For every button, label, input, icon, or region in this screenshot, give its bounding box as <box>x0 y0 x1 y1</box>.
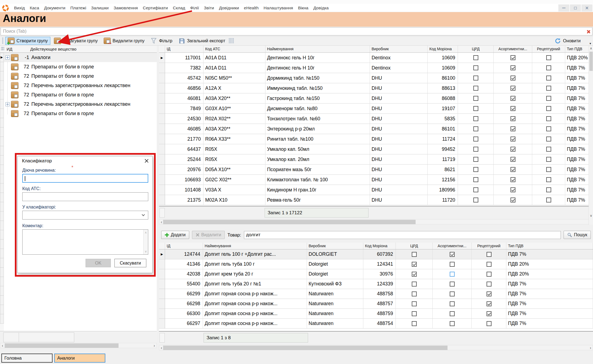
dialog-close-icon[interactable] <box>145 159 149 162</box>
recipe-checkbox[interactable] <box>487 301 492 306</box>
col-recipe[interactable]: Рецептурний <box>472 243 506 249</box>
assortment-checkbox[interactable] <box>510 198 515 202</box>
table-row[interactable]: 24530 R02A X02** Тонзилотрен табл. №60 D… <box>159 114 593 124</box>
minimize-button[interactable] <box>558 4 569 12</box>
assortment-checkbox[interactable] <box>450 321 455 326</box>
table-row[interactable]: 66298 Долгит горная сосна р-р накож... N… <box>159 299 593 309</box>
table-row[interactable]: 42038 Долгит крем туба 20 г Dolorgiet 30… <box>159 269 593 279</box>
crd-checkbox[interactable] <box>473 76 478 80</box>
crd-checkbox[interactable] <box>412 291 417 296</box>
table-row[interactable]: 101408 V03A X Киндинорм Н гран.10г DHU 1… <box>159 185 593 195</box>
assortment-checkbox[interactable] <box>450 262 455 267</box>
recipe-checkbox[interactable] <box>546 137 551 141</box>
row-selector[interactable] <box>159 289 165 299</box>
crd-checkbox[interactable] <box>473 116 478 121</box>
recipe-checkbox[interactable] <box>546 76 551 80</box>
assortment-checkbox[interactable] <box>450 311 455 316</box>
assortment-checkbox[interactable] <box>510 187 515 192</box>
panel-splitter[interactable] <box>157 46 159 348</box>
scrollbar-thumb[interactable] <box>163 346 448 350</box>
col-manuf[interactable]: Виробник <box>370 46 428 52</box>
bottom-horizontal-scrollbar[interactable]: ‹ › <box>159 345 593 350</box>
menu-item[interactable]: Довідка <box>311 4 331 12</box>
row-selector[interactable] <box>159 114 165 124</box>
table-row[interactable]: 124744 Долгит гель 100 г +Долгит рас... … <box>159 249 593 259</box>
recipe-checkbox[interactable] <box>546 65 551 70</box>
crd-checkbox[interactable] <box>473 147 478 152</box>
table-row[interactable]: 46856 A12A X Иммунокинд табл. №150 DHU 8… <box>159 83 593 93</box>
scrollbar-thumb[interactable] <box>5 343 119 348</box>
table-row[interactable]: 55400 Долгит гель туба 20 г №1 Кутновски… <box>159 279 593 289</box>
menu-item[interactable]: Довідники <box>216 4 241 12</box>
col-assort[interactable]: Асортиментни... <box>433 243 472 249</box>
recipe-checkbox[interactable] <box>487 262 492 267</box>
table-row[interactable]: 21770 R06A X33** Ринитал табл. №100 DHU … <box>159 134 593 144</box>
clear-search-icon[interactable] <box>586 29 591 34</box>
row-selector[interactable] <box>159 195 165 205</box>
assortment-checkbox[interactable] <box>510 177 515 182</box>
create-group-button[interactable]: Створити групу <box>5 37 50 45</box>
crd-checkbox[interactable] <box>412 301 417 306</box>
atc-field[interactable] <box>22 192 148 201</box>
scroll-up-icon[interactable]: ∧ <box>589 46 593 50</box>
tree-column-chooser-icon[interactable] <box>1 47 4 51</box>
assortment-checkbox[interactable] <box>510 65 515 70</box>
menu-item[interactable]: Філії <box>188 4 201 12</box>
col-recipe[interactable]: Рецептурний <box>532 46 565 52</box>
col-name[interactable]: Найменування <box>265 46 370 52</box>
menu-item[interactable]: Платежі <box>68 4 89 12</box>
recipe-checkbox[interactable] <box>546 55 551 60</box>
menu-item[interactable]: Каса <box>27 4 42 12</box>
recipe-checkbox[interactable] <box>487 291 492 296</box>
recipe-checkbox[interactable] <box>546 86 551 91</box>
row-selector[interactable] <box>159 53 165 63</box>
table-row[interactable]: 20976 D05A X10** Псориатен мазь 50г DHU … <box>159 165 593 175</box>
col-morion[interactable]: Код Моріона <box>428 46 458 52</box>
crd-checkbox[interactable] <box>412 321 417 326</box>
crd-checkbox[interactable] <box>473 55 478 60</box>
table-row[interactable]: 117001 A01A D11 Дентинокс гель Н 10г Den… <box>159 53 593 63</box>
crd-checkbox[interactable] <box>412 311 417 316</box>
tree-row[interactable]: 72 Перечень зарегистрированных лекарстве… <box>4 81 157 90</box>
substance-field[interactable] <box>22 174 148 183</box>
menu-item[interactable]: Залишки <box>89 4 111 12</box>
tree-row[interactable]: 72 Препараты от боли в горле <box>4 109 157 118</box>
main-horizontal-scrollbar[interactable]: ‹ › <box>159 219 593 224</box>
crd-checkbox[interactable] <box>473 65 478 70</box>
row-selector[interactable] <box>159 73 165 83</box>
row-selector[interactable] <box>159 154 165 165</box>
table-row[interactable]: 45742 N05C M50** Дормикинд табл. №150 DH… <box>159 73 593 83</box>
recipe-checkbox[interactable] <box>546 96 551 101</box>
table-row[interactable]: 66300 Долгит горная сосна р-р накож... N… <box>159 309 593 319</box>
scroll-down-icon[interactable]: ∨ <box>144 250 148 253</box>
assortment-checkbox[interactable] <box>450 282 455 287</box>
crd-checkbox[interactable] <box>412 252 417 257</box>
assortment-checkbox[interactable] <box>510 137 515 141</box>
menu-item[interactable]: Вікна <box>295 4 311 12</box>
tree-row[interactable]: 72 Препараты от боли в горле <box>4 71 157 81</box>
recipe-checkbox[interactable] <box>546 106 551 111</box>
row-selector[interactable] <box>159 93 165 104</box>
col-assort[interactable]: Асортиментни... <box>494 46 532 52</box>
export-button[interactable]: Загальний експорт <box>176 37 228 45</box>
table-row[interactable]: 41346 Долгит гель туба 100 г Dolorgiet 1… <box>159 259 593 269</box>
table-row[interactable]: 25244 R05X Умкалор кап. 20мл DHU 11719 П… <box>159 154 593 165</box>
tree-row[interactable]: 72 Перечень зарегистрированных лекарстве… <box>4 99 157 109</box>
table-row[interactable]: 7849 G03X A10** Дисменорм табл. №80 DHU … <box>159 104 593 114</box>
table-row[interactable]: 21375 M02A X10 Ревма-гель 50г DHU 11720 … <box>159 195 593 205</box>
refresh-button[interactable]: Оновити <box>552 37 583 45</box>
product-input[interactable] <box>244 231 561 239</box>
crd-checkbox[interactable] <box>473 187 478 192</box>
recipe-checkbox[interactable] <box>546 167 551 172</box>
crd-checkbox[interactable] <box>412 282 417 287</box>
menu-item[interactable]: Налаштування <box>261 4 295 12</box>
recipe-checkbox[interactable] <box>487 252 492 257</box>
table-row[interactable]: 66299 Долгит горная сосна р-р накож... N… <box>159 289 593 299</box>
row-selector[interactable] <box>159 63 165 73</box>
table-row[interactable]: 64437 R05X Умкалор кап. 50мл DHU 99452 П… <box>159 144 593 154</box>
recipe-checkbox[interactable] <box>546 187 551 192</box>
tree-horizontal-scrollbar[interactable]: ‹ › <box>0 343 157 348</box>
recipe-checkbox[interactable] <box>546 157 551 162</box>
table-row[interactable]: 66297 Долгит горная сосна р-р накож... N… <box>159 319 593 329</box>
assortment-checkbox[interactable] <box>510 96 515 101</box>
